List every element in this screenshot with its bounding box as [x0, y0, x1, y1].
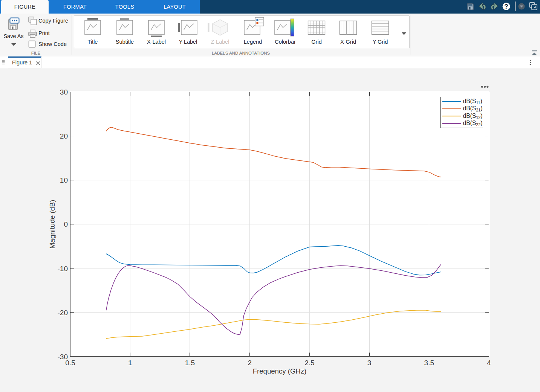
svg-text:Y-Label: Y-Label: [179, 39, 197, 45]
svg-text:1: 1: [128, 359, 132, 367]
svg-text:-30: -30: [58, 353, 68, 361]
svg-text:Legend: Legend: [244, 39, 262, 45]
svg-text:20: 20: [60, 132, 68, 140]
svg-text:Y-Grid: Y-Grid: [373, 39, 388, 45]
svg-text:X-Label: X-Label: [147, 39, 166, 45]
svg-text:3: 3: [367, 359, 372, 367]
svg-text:?: ?: [504, 3, 508, 10]
svg-text:-20: -20: [58, 309, 68, 317]
svg-text:-10: -10: [58, 265, 68, 273]
svg-text:10: 10: [60, 176, 68, 184]
svg-text:Magnitude (dB): Magnitude (dB): [48, 200, 56, 249]
svg-text:Z-Label: Z-Label: [211, 39, 229, 45]
svg-text:30: 30: [60, 88, 68, 96]
svg-text:4: 4: [487, 359, 491, 367]
svg-text:Colorbar: Colorbar: [275, 39, 296, 45]
svg-text:Title: Title: [88, 39, 98, 45]
svg-text:1.5: 1.5: [185, 359, 195, 367]
svg-text:3.5: 3.5: [424, 359, 434, 367]
svg-text:Grid: Grid: [311, 39, 321, 45]
svg-text:2.5: 2.5: [304, 359, 314, 367]
svg-text:Subtitle: Subtitle: [116, 39, 134, 45]
svg-text:Frequency (GHz): Frequency (GHz): [253, 367, 307, 375]
svg-text:2: 2: [248, 359, 252, 367]
svg-text:0: 0: [64, 220, 68, 228]
svg-text:X-Grid: X-Grid: [340, 39, 356, 45]
